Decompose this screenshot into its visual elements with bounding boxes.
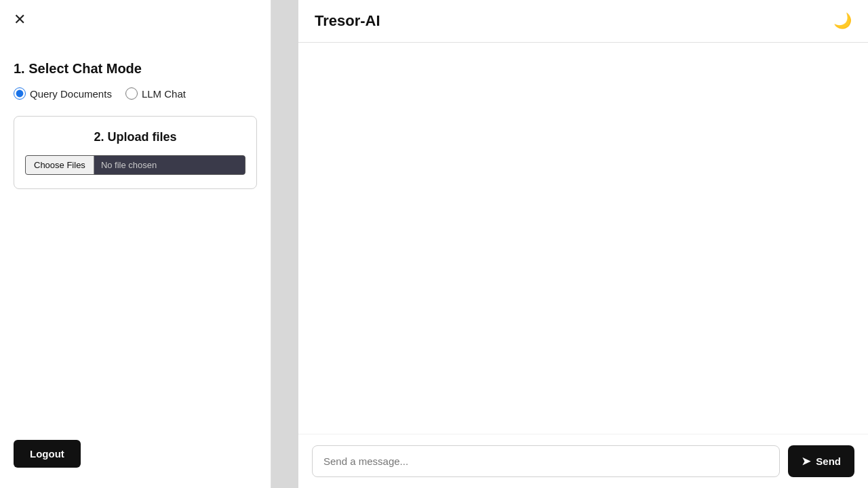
upload-section: 2. Upload files Choose Files No file cho… bbox=[14, 116, 257, 189]
app-title: Tresor-AI bbox=[315, 12, 380, 30]
chat-input-area: ➤ Send bbox=[298, 434, 868, 488]
chat-messages bbox=[298, 43, 868, 434]
dark-mode-button[interactable]: 🌙 bbox=[833, 12, 852, 30]
llm-chat-label: LLM Chat bbox=[142, 88, 186, 100]
chat-mode-group: Query Documents LLM Chat bbox=[14, 87, 257, 100]
message-input[interactable] bbox=[312, 445, 780, 477]
sidebar: ✕ 1. Select Chat Mode Query Documents LL… bbox=[0, 0, 271, 488]
select-mode-title: 1. Select Chat Mode bbox=[14, 61, 257, 77]
query-documents-label: Query Documents bbox=[30, 88, 112, 100]
close-button[interactable]: ✕ bbox=[14, 12, 26, 27]
logout-button[interactable]: Logout bbox=[14, 440, 81, 468]
sidebar-divider bbox=[271, 0, 298, 488]
file-chosen-label: No file chosen bbox=[94, 156, 245, 174]
llm-chat-radio[interactable] bbox=[125, 87, 138, 100]
file-input-container: Choose Files No file chosen bbox=[25, 155, 245, 175]
query-documents-option[interactable]: Query Documents bbox=[14, 87, 112, 100]
llm-chat-option[interactable]: LLM Chat bbox=[125, 87, 186, 100]
chat-header: Tresor-AI 🌙 bbox=[298, 0, 868, 43]
query-documents-radio[interactable] bbox=[14, 87, 26, 100]
send-icon: ➤ bbox=[802, 455, 810, 468]
upload-title: 2. Upload files bbox=[25, 130, 245, 144]
choose-files-button[interactable]: Choose Files bbox=[26, 156, 94, 174]
chat-area: Tresor-AI 🌙 ➤ Send bbox=[298, 0, 868, 488]
send-label: Send bbox=[816, 455, 841, 467]
send-button[interactable]: ➤ Send bbox=[788, 445, 854, 477]
